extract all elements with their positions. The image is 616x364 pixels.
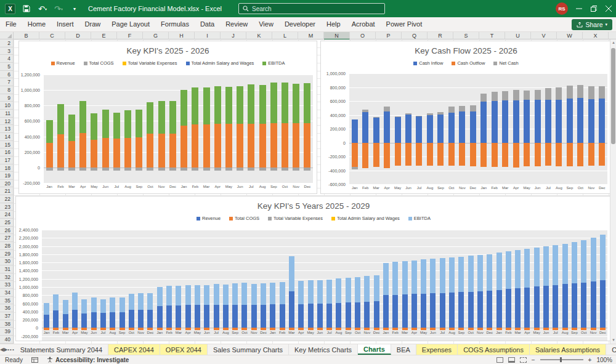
close-button[interactable] — [601, 0, 616, 17]
row-header-25[interactable]: 25 — [0, 219, 13, 227]
row-header-13[interactable]: 13 — [0, 125, 13, 133]
sheet-tab-key-metrics-charts[interactable]: Key Metrics Charts — [289, 344, 358, 355]
column-header-B[interactable]: B — [14, 32, 39, 39]
save-icon[interactable] — [22, 4, 31, 14]
column-header-V[interactable]: V — [531, 32, 557, 39]
row-header-12[interactable]: 12 — [0, 118, 13, 126]
ribbon-tab-file[interactable]: File — [0, 17, 22, 31]
row-header-23[interactable]: 23 — [0, 203, 13, 211]
ribbon-tab-acrobat[interactable]: Acrobat — [346, 17, 381, 31]
sheet-tab-bea[interactable]: BEA — [391, 344, 416, 355]
column-header-I[interactable]: I — [195, 32, 221, 39]
ribbon-tab-draw[interactable]: Draw — [79, 17, 107, 31]
row-header-27[interactable]: 27 — [0, 234, 13, 242]
accessibility-status[interactable]: Accessibility: Investigate — [55, 357, 129, 363]
sheet-nav-more-icon[interactable]: ••• — [7, 344, 14, 355]
row-header-18[interactable]: 18 — [0, 164, 13, 172]
row-header-32[interactable]: 32 — [0, 273, 13, 281]
zoom-in-icon[interactable]: + — [588, 357, 592, 363]
column-header-P[interactable]: P — [376, 32, 402, 39]
zoom-slider[interactable] — [540, 359, 583, 360]
ribbon-tab-formulas[interactable]: Formulas — [155, 17, 195, 31]
chart-key-cash-flow-2025-2026[interactable]: Key Cash Flow 2025 - 2026 Cash InflowCas… — [320, 41, 612, 194]
column-header-D[interactable]: D — [65, 32, 91, 39]
column-header-E[interactable]: E — [91, 32, 117, 39]
share-button[interactable]: Share ▾ — [572, 19, 612, 30]
row-header-26[interactable]: 26 — [0, 227, 13, 235]
column-header-G[interactable]: G — [143, 32, 169, 39]
ribbon-tab-review[interactable]: Review — [220, 17, 253, 31]
column-header-Q[interactable]: Q — [402, 32, 428, 39]
column-header-K[interactable]: K — [246, 32, 272, 39]
normal-view-icon[interactable] — [496, 357, 503, 363]
row-header-15[interactable]: 15 — [0, 141, 13, 149]
column-header-H[interactable]: H — [169, 32, 195, 39]
search-input[interactable] — [252, 6, 363, 12]
row-header-29[interactable]: 29 — [0, 250, 13, 258]
row-header-37[interactable]: 37 — [0, 312, 13, 320]
row-header-3[interactable]: 3 — [0, 47, 13, 55]
row-header-4[interactable]: 4 — [0, 55, 13, 63]
ribbon-tab-view[interactable]: View — [253, 17, 279, 31]
select-all-corner[interactable] — [0, 32, 14, 39]
row-header-14[interactable]: 14 — [0, 133, 13, 141]
sheet-tab-cogs-assumptions[interactable]: COGS Assumptions — [458, 344, 530, 355]
row-header-24[interactable]: 24 — [0, 211, 13, 219]
scroll-down-icon[interactable]: ▼ — [610, 337, 616, 344]
column-header-C[interactable]: C — [39, 32, 65, 39]
undo-icon[interactable]: ↶▾ — [38, 4, 47, 14]
row-header-19[interactable]: 19 — [0, 172, 13, 180]
sheet-tab-expenses[interactable]: Expenses — [416, 344, 458, 355]
page-break-view-icon[interactable] — [520, 357, 527, 363]
sheet-tab-cha[interactable]: Cha — [606, 344, 616, 355]
row-header-40[interactable]: 40 — [0, 336, 13, 344]
ribbon-tab-page-layout[interactable]: Page Layout — [106, 17, 155, 31]
row-header-33[interactable]: 33 — [0, 281, 13, 289]
column-header-U[interactable]: U — [505, 32, 531, 39]
ribbon-tab-home[interactable]: Home — [22, 17, 51, 31]
sheet-tab-opex-2044[interactable]: OPEX 2044 — [160, 344, 208, 355]
row-header-5[interactable]: 5 — [0, 63, 13, 71]
column-header-L[interactable]: L — [272, 32, 298, 39]
row-header-8[interactable]: 8 — [0, 86, 13, 94]
row-header-6[interactable]: 6 — [0, 71, 13, 79]
vertical-scrollbar-thumb[interactable] — [611, 48, 615, 144]
row-header-22[interactable]: 22 — [0, 195, 13, 203]
macro-record-icon[interactable] — [31, 357, 38, 363]
zoom-out-icon[interactable]: − — [532, 357, 535, 363]
zoom-slider-thumb[interactable] — [560, 357, 562, 362]
row-header-35[interactable]: 35 — [0, 297, 13, 305]
row-header-39[interactable]: 39 — [0, 328, 13, 336]
chart-key-kpis-5-years-2025-2029[interactable]: Key KPI's 5 Years 2025 - 2029 RevenueTot… — [15, 196, 612, 341]
row-header-38[interactable]: 38 — [0, 320, 13, 328]
scroll-up-icon[interactable]: ▲ — [610, 39, 616, 46]
excel-app-icon[interactable]: X — [5, 4, 15, 14]
row-header-16[interactable]: 16 — [0, 148, 13, 156]
ribbon-tab-developer[interactable]: Developer — [279, 17, 321, 31]
ribbon-tab-power-pivot[interactable]: Power Pivot — [381, 17, 428, 31]
sheet-tab-salaries-assumptions[interactable]: Salaries Assumptions — [530, 344, 606, 355]
customize-quick-access-icon[interactable]: ▾ — [70, 4, 79, 14]
row-header-10[interactable]: 10 — [0, 102, 13, 110]
column-header-J[interactable]: J — [221, 32, 246, 39]
ribbon-tab-data[interactable]: Data — [195, 17, 220, 31]
row-header-11[interactable]: 11 — [0, 110, 13, 118]
sheet-tab-sales-summary-charts[interactable]: Sales Summary Charts — [208, 344, 289, 355]
row-header-30[interactable]: 30 — [0, 257, 13, 265]
row-header-9[interactable]: 9 — [0, 94, 13, 102]
minimize-button[interactable] — [572, 0, 586, 17]
search-box[interactable] — [238, 3, 385, 14]
restore-button[interactable] — [586, 0, 601, 17]
sheet-tab-charts[interactable]: Charts — [358, 344, 391, 355]
ribbon-tab-help[interactable]: Help — [321, 17, 346, 31]
vertical-scrollbar[interactable]: ▲ ▼ — [610, 39, 616, 344]
account-avatar[interactable]: RS — [556, 2, 568, 15]
zoom-level[interactable]: 100% — [596, 357, 612, 363]
page-layout-view-icon[interactable] — [508, 357, 515, 363]
column-header-F[interactable]: F — [117, 32, 143, 39]
row-header-28[interactable]: 28 — [0, 242, 13, 250]
sheet-tab-statements-summary-2044[interactable]: Statements Summary 2044 — [15, 344, 108, 355]
column-header-N[interactable]: N — [324, 32, 350, 39]
row-header-2[interactable]: 2 — [0, 39, 13, 47]
row-header-34[interactable]: 34 — [0, 289, 13, 297]
